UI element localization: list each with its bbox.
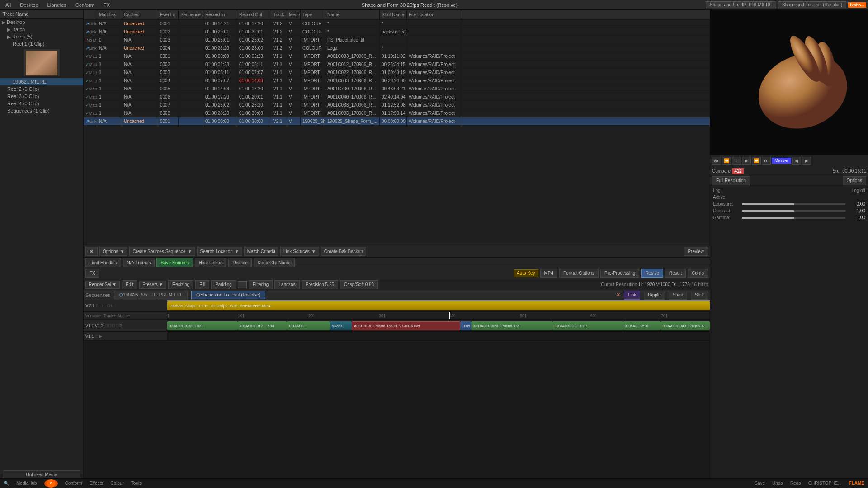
- table-row[interactable]: ⇗ Linke N/A Uncached 0002 01:00:29:01 01…: [84, 28, 710, 36]
- track-clip-1[interactable]: 331A001C033_1709...: [167, 321, 238, 330]
- fx-tab[interactable]: FX: [100, 1, 113, 9]
- sidebar-item-sequences[interactable]: Sequences (1 Clip): [0, 107, 83, 114]
- undo-button[interactable]: Undo: [772, 481, 783, 486]
- search-icon[interactable]: 🔍: [4, 481, 9, 486]
- search-location-dropdown[interactable]: Search Location ▼: [197, 247, 242, 256]
- format-options-button[interactable]: Format Options: [559, 269, 599, 278]
- premiere-sequence-tab[interactable]: ⬡ 190625_Sha...IP_PREMIERE: [114, 291, 188, 299]
- prev-frame-button[interactable]: ⏪: [722, 157, 731, 165]
- preprocessing-button[interactable]: Pre-Processing: [600, 269, 639, 278]
- playhead[interactable]: [449, 312, 450, 319]
- colour-nav-label[interactable]: Colour: [110, 481, 123, 486]
- marker-button[interactable]: Marker: [772, 158, 791, 164]
- table-row[interactable]: ✓ Matc 1 N/A 0001 01:00:00:00 01:00:02:2…: [84, 52, 710, 61]
- th-shot[interactable]: Shot Name: [380, 10, 407, 19]
- th-event[interactable]: Event #: [158, 10, 179, 19]
- disable-button[interactable]: Disable: [228, 258, 251, 267]
- sidebar-item-reels[interactable]: ▶ Reels (5): [0, 33, 83, 40]
- desktop-tab[interactable]: Desktop: [16, 1, 42, 9]
- sidebar-item-desktop[interactable]: ▶ Desktop: [0, 19, 83, 26]
- create-sources-dropdown[interactable]: Create Sources Sequence ▼: [129, 247, 195, 256]
- padding-button[interactable]: Padding: [211, 280, 236, 289]
- keep-clip-name-button[interactable]: Keep Clip Name: [254, 258, 295, 267]
- redo-button[interactable]: Redo: [790, 481, 801, 486]
- gear-settings-button[interactable]: ⚙: [85, 247, 98, 256]
- track-clip-7[interactable]: 3800A001CO...3187: [552, 321, 623, 330]
- precision-button[interactable]: Precision 5.25: [302, 280, 338, 289]
- conform-nav-label[interactable]: Conform: [65, 481, 82, 486]
- th-seq[interactable]: Sequence #: [179, 10, 203, 19]
- play-button[interactable]: ▶: [742, 157, 751, 165]
- workspace-label[interactable]: CHRISTOPHE...: [808, 481, 842, 486]
- track-clip-4[interactable]: 53229: [330, 321, 352, 330]
- track-v2-content[interactable]: 190625_Shape_Form_30_25fps_WIP_PREMIERE.…: [167, 300, 710, 311]
- track-v1-content[interactable]: 331A001C033_1709... 499A001C012_...594 1…: [167, 320, 710, 331]
- table-row[interactable]: ✓ Matc 1 N/A 0004 01:00:07:07 01:00:14:0…: [84, 77, 710, 85]
- table-row[interactable]: ✓ Matc 1 N/A 0005 01:00:14:08 01:00:17:2…: [84, 85, 710, 93]
- crispsoft-button[interactable]: Crisp/Soft 0.83: [340, 280, 378, 289]
- match-criteria-dropdown[interactable]: Match Criteria: [244, 247, 278, 256]
- create-backup-dropdown[interactable]: Create Bak Backup: [321, 247, 366, 256]
- sidebar-item-batch[interactable]: ▶ Batch: [0, 26, 83, 33]
- exposure-slider[interactable]: [742, 203, 845, 205]
- resolve-sequence-tab[interactable]: ⬡ Shape and Fo...edit (Resolve): [191, 291, 265, 299]
- table-row[interactable]: ⇗ Linke N/A Uncached 0004 01:00:26:20 01…: [84, 44, 710, 52]
- full-resolution-button[interactable]: Full Resolution: [712, 176, 750, 185]
- render-sel-dropdown[interactable]: Render Sel ▼: [85, 281, 120, 289]
- tools-nav-label[interactable]: Tools: [131, 481, 142, 486]
- track-clip-8[interactable]: 3335A0...2596: [623, 321, 661, 330]
- th-status[interactable]: [84, 10, 97, 19]
- th-cached[interactable]: Cached: [122, 10, 158, 19]
- last-frame-button[interactable]: ⏭: [762, 157, 771, 165]
- table-row[interactable]: ✓ Matc 1 N/A 0003 01:00:05:11 01:00:07:0…: [84, 69, 710, 77]
- track-clip-9[interactable]: 300A001C040_170906_R...: [661, 321, 710, 330]
- edit-button[interactable]: Edit: [122, 280, 137, 289]
- resolve-tab[interactable]: Shape and Fo...edit (Resolve): [778, 1, 846, 8]
- conform-tab[interactable]: Conform: [72, 1, 98, 9]
- options-button[interactable]: Options: [843, 176, 866, 185]
- presets-dropdown[interactable]: Presets ▼: [139, 281, 166, 289]
- contrast-slider[interactable]: [742, 210, 845, 212]
- save-sources-button[interactable]: Save Sources: [156, 258, 193, 267]
- track-clip-5[interactable]: 1805: [460, 321, 471, 330]
- link-sources-dropdown[interactable]: Link Sources ▼: [280, 247, 319, 256]
- version-label[interactable]: Version+: [85, 314, 101, 318]
- ripple-button[interactable]: Ripple: [644, 291, 665, 300]
- th-track[interactable]: Track: [271, 10, 287, 19]
- table-row[interactable]: ✓ Matc 1 N/A 0008 01:00:28:20 01:00:30:0…: [84, 109, 710, 117]
- options-dropdown[interactable]: Options ▼: [99, 247, 127, 256]
- track-plus-label[interactable]: Track+: [103, 314, 115, 318]
- limit-handles-button[interactable]: Limit Handles: [85, 258, 121, 267]
- mediahub-label[interactable]: MediaHub: [16, 481, 37, 486]
- preview-button[interactable]: Preview: [684, 247, 708, 256]
- prev-marker-button[interactable]: ◀: [792, 157, 801, 165]
- comp-button[interactable]: Comp: [688, 269, 708, 278]
- th-media[interactable]: Media: [287, 10, 301, 19]
- filtering-button[interactable]: Filtering: [249, 280, 273, 289]
- first-frame-button[interactable]: ⏮: [712, 157, 721, 165]
- all-tab[interactable]: All: [2, 1, 14, 9]
- th-tape[interactable]: Tape: [301, 10, 326, 19]
- table-row[interactable]: ✓ Matc 1 N/A 0007 01:00:25:02 01:00:26:2…: [84, 101, 710, 109]
- pause-button[interactable]: ⏸: [732, 157, 741, 165]
- premiere-tab[interactable]: Shape and Fo...IP_PREMIERE: [706, 1, 776, 8]
- autokey-button[interactable]: Auto Key: [514, 269, 538, 277]
- track-clip-2[interactable]: 499A001C012_...594: [238, 321, 287, 330]
- track-clip-6[interactable]: 3383A001C020_170906_R2...: [471, 321, 552, 330]
- mp4-button[interactable]: MP4: [540, 269, 558, 278]
- th-matches[interactable]: Matches: [97, 10, 122, 19]
- gamma-slider[interactable]: [742, 217, 845, 219]
- th-name[interactable]: Name: [326, 10, 380, 19]
- lanczos-button[interactable]: Lanczos: [274, 280, 299, 289]
- sidebar-item-reel3[interactable]: Reel 3 (0 Clip): [0, 93, 83, 100]
- resize-button[interactable]: Resize: [641, 269, 663, 278]
- audio-plus-label[interactable]: Audio+: [118, 314, 130, 318]
- th-file-loc[interactable]: File Location: [407, 10, 461, 19]
- shift-button[interactable]: Shift: [691, 291, 708, 300]
- th-record-out[interactable]: Record Out: [237, 10, 271, 19]
- table-row[interactable]: ⇗ Linke N/A Uncached 0001 01:00:14:21 01…: [84, 20, 710, 28]
- sidebar-item-reel2[interactable]: Reel 2 (0 Clip): [0, 85, 83, 93]
- fill-button[interactable]: Fill: [195, 280, 209, 289]
- libraries-tab[interactable]: Libraries: [44, 1, 70, 9]
- table-row[interactable]: ! No M 0 N/A 0003 01:00:25:01 01:00:25:0…: [84, 36, 710, 44]
